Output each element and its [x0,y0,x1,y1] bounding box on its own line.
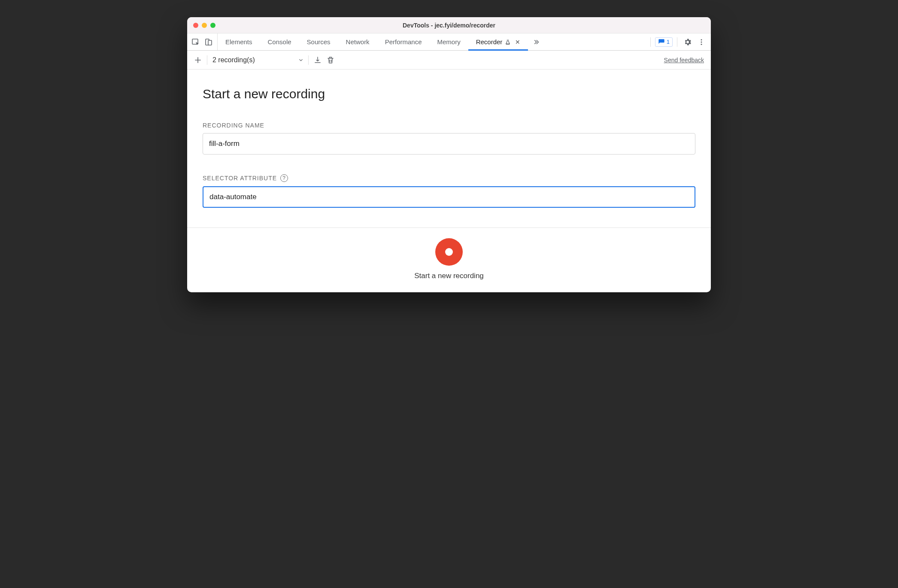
separator [308,55,309,65]
selector-attribute-input[interactable] [203,186,695,208]
recorder-content: Start a new recording RECORDING NAME SEL… [187,70,711,227]
start-recording-label: Start a new recording [414,272,484,280]
close-window-button[interactable] [193,23,198,28]
recordings-count-label: 2 recording(s) [212,56,255,64]
panel-tabs: Elements Console Sources Network Perform… [218,33,644,50]
separator [650,37,651,47]
window-title: DevTools - jec.fyi/demo/recorder [187,22,711,29]
chevron-down-icon [298,57,304,63]
tab-network[interactable]: Network [338,33,377,50]
new-recording-button[interactable] [191,54,204,67]
svg-rect-2 [208,40,212,45]
tab-performance[interactable]: Performance [377,33,430,50]
export-button[interactable] [311,54,324,67]
tabstrip: Elements Console Sources Network Perform… [187,33,711,51]
settings-button[interactable] [682,36,694,48]
issues-badge[interactable]: 1 [655,37,673,47]
recording-name-label: RECORDING NAME [203,122,695,129]
send-feedback-link[interactable]: Send feedback [664,57,707,64]
devtools-window: DevTools - jec.fyi/demo/recorder Element… [187,17,711,292]
tabstrip-right: 1 [644,33,711,50]
delete-button[interactable] [324,54,337,67]
selector-attribute-label: SELECTOR ATTRIBUTE ? [203,174,695,182]
issues-count: 1 [667,39,670,45]
recorder-footer: Start a new recording [187,227,711,292]
fullscreen-window-button[interactable] [210,23,215,28]
window-controls [187,23,215,28]
inspect-tools [187,33,218,50]
tab-recorder[interactable]: Recorder ✕ [468,33,528,50]
more-tabs-button[interactable] [528,33,544,50]
svg-point-5 [701,43,702,45]
selector-attribute-field: SELECTOR ATTRIBUTE ? [203,174,695,208]
tab-sources[interactable]: Sources [299,33,338,50]
separator [207,55,207,65]
kebab-menu-button[interactable] [695,36,707,48]
recording-name-field: RECORDING NAME [203,122,695,155]
recording-name-input[interactable] [203,133,695,155]
tab-elements[interactable]: Elements [218,33,260,50]
help-icon[interactable]: ? [280,174,288,182]
separator [677,37,677,47]
titlebar: DevTools - jec.fyi/demo/recorder [187,17,711,33]
page-title: Start a new recording [203,87,695,101]
flask-icon [505,39,511,45]
close-tab-icon[interactable]: ✕ [515,39,520,45]
device-toolbar-icon[interactable] [204,38,213,46]
svg-point-3 [701,39,702,40]
tab-memory[interactable]: Memory [430,33,468,50]
recorder-toolbar: 2 recording(s) Send feedback [187,51,711,70]
inspect-element-icon[interactable] [191,38,200,46]
record-icon [445,248,453,256]
recordings-dropdown[interactable]: 2 recording(s) [210,56,306,64]
minimize-window-button[interactable] [202,23,207,28]
svg-point-4 [701,41,702,42]
start-recording-button[interactable] [435,238,463,266]
tab-console[interactable]: Console [260,33,299,50]
